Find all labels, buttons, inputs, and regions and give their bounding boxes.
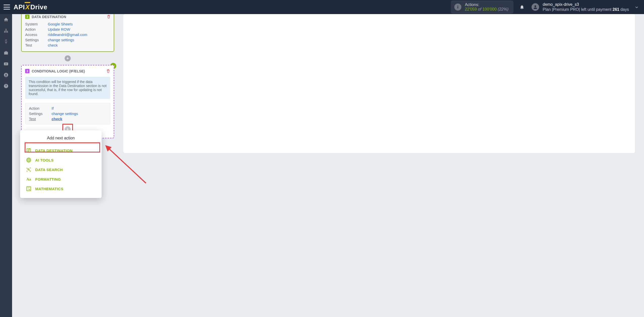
ai-tools-icon (26, 157, 32, 163)
sidebar-youtube-icon[interactable] (0, 58, 12, 69)
cond-settings-link[interactable]: change settings (52, 111, 78, 116)
actions-max: 100'000 (482, 7, 497, 11)
cond-action-link[interactable]: If (52, 106, 54, 110)
formatting-icon: Aa (26, 176, 32, 182)
svg-point-13 (28, 169, 29, 170)
svg-rect-1 (6, 29, 6, 30)
delete-icon[interactable] (107, 15, 111, 20)
actions-current: 22'059 (465, 7, 477, 11)
step-2-data-destination-card: 2 DATA DESTINATION SystemGoogle Sheets A… (21, 14, 114, 52)
actions-usage-box[interactable]: Actions: 22'059 of 100'000 (22%) (451, 1, 513, 14)
cond-test-link[interactable]: check (52, 117, 62, 121)
avatar-icon (532, 3, 539, 11)
svg-rect-14 (27, 187, 31, 191)
step-3-conditional-logic-card: 3 CONDITIONAL LOGIC (IF/ELSE) This condi… (21, 65, 114, 138)
delete-icon[interactable] (106, 69, 110, 74)
menu-data-search[interactable]: DATA SEARCH (20, 165, 102, 174)
data-search-icon (26, 167, 32, 173)
menu-mathematics[interactable]: MATHEMATICS (20, 184, 102, 193)
svg-rect-2 (4, 32, 5, 32)
menu-ai-tools[interactable]: AI TOOLS (20, 155, 102, 165)
menu-formatting[interactable]: Aa FORMATTING (20, 174, 102, 184)
logo-api: API (14, 3, 25, 11)
svg-point-9 (6, 87, 6, 87)
user-menu[interactable]: demo_apix-drive_s3 Plan |Premium PRO| le… (532, 2, 629, 12)
step-3-title: CONDITIONAL LOGIC (IF/ELSE) (32, 69, 85, 73)
sidebar-home-icon[interactable] (0, 14, 12, 25)
sidebar-briefcase-icon[interactable] (0, 47, 12, 58)
user-name: demo_apix-drive_s3 (543, 2, 629, 7)
svg-line-15 (108, 148, 146, 183)
mathematics-icon (26, 186, 32, 192)
system-link[interactable]: Google Sheets (48, 22, 73, 26)
info-icon (454, 4, 461, 11)
step-2-badge: 2 (25, 15, 29, 19)
svg-rect-4 (7, 32, 8, 32)
chevron-down-icon[interactable] (634, 5, 639, 11)
add-step-button[interactable] (65, 55, 71, 61)
step-2-title: DATA DESTINATION (32, 15, 66, 19)
hamburger-menu-button[interactable] (4, 5, 10, 10)
svg-point-0 (535, 5, 536, 7)
sidebar (0, 14, 12, 317)
sidebar-account-icon[interactable] (0, 69, 12, 81)
main-content-card (123, 14, 635, 153)
add-next-action-popup: Add next action DATA DESTINATION AI TOOL… (20, 130, 102, 198)
user-plan: Plan |Premium PRO| left until payment 26… (543, 7, 629, 12)
svg-point-11 (28, 159, 29, 161)
sidebar-connections-icon[interactable] (0, 25, 12, 36)
svg-rect-3 (6, 32, 6, 32)
actions-label: Actions: (465, 3, 508, 7)
notifications-bell-icon[interactable] (519, 5, 525, 10)
sidebar-help-icon[interactable] (0, 81, 12, 92)
settings-link[interactable]: change settings (48, 38, 74, 42)
sidebar-billing-icon[interactable] (0, 36, 12, 47)
highlight-box-icon (25, 142, 100, 152)
step-3-badge: 3 (25, 69, 29, 73)
access-link[interactable]: riddleandrii@gmail.com (48, 32, 87, 37)
topbar: APIXDrive Actions: 22'059 of 100'000 (22… (0, 0, 644, 14)
actions-pct: (22%) (498, 7, 509, 11)
logo-drive: Drive (30, 3, 48, 11)
logo[interactable]: APIXDrive (14, 3, 47, 11)
svg-point-7 (6, 74, 7, 75)
action-link[interactable]: Update ROW (48, 27, 70, 31)
test-link[interactable]: check (48, 43, 58, 47)
condition-description: This condition will be triggered if the … (25, 77, 110, 99)
